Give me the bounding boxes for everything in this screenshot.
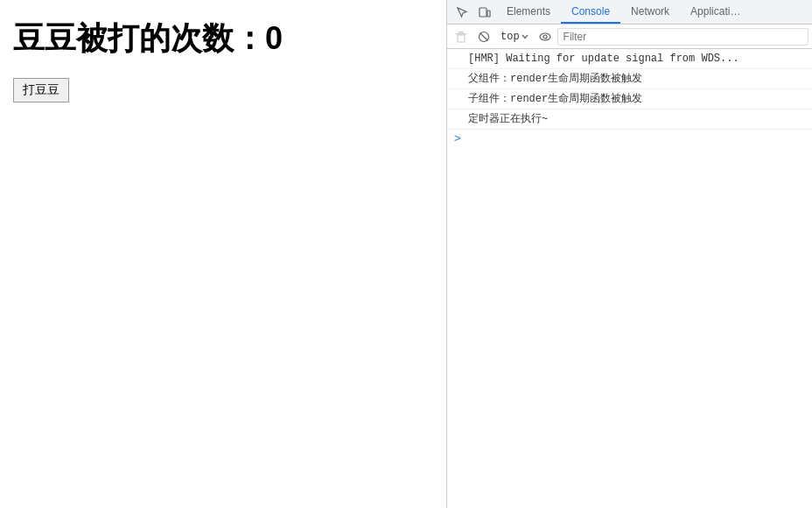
- svg-point-7: [540, 33, 550, 40]
- console-output: [HMR] Waiting for update signal from WDS…: [447, 49, 812, 508]
- console-line-timer: 定时器正在执行~: [447, 109, 812, 130]
- devtools-toolbar: top: [447, 25, 812, 49]
- inspect-element-icon[interactable]: [451, 2, 473, 23]
- svg-rect-1: [487, 11, 490, 17]
- svg-rect-3: [458, 32, 464, 33]
- hit-button[interactable]: 打豆豆: [13, 78, 69, 102]
- svg-line-6: [480, 32, 488, 40]
- filter-input[interactable]: [557, 28, 808, 46]
- device-toggle-icon[interactable]: [473, 2, 496, 23]
- context-selector[interactable]: top: [496, 28, 533, 46]
- hit-count-label: 豆豆被打的次数：: [13, 20, 265, 56]
- stop-icon[interactable]: [473, 26, 494, 47]
- svg-rect-2: [456, 33, 466, 35]
- devtools-tab-bar: Elements Console Network Applicati…: [447, 0, 812, 25]
- console-line-hmr: [HMR] Waiting for update signal from WDS…: [447, 49, 812, 69]
- clear-console-icon[interactable]: [451, 26, 472, 47]
- eye-icon[interactable]: [535, 26, 556, 47]
- hit-count-title: 豆豆被打的次数：0: [13, 18, 433, 60]
- svg-rect-4: [458, 35, 465, 42]
- tab-console[interactable]: Console: [561, 0, 620, 24]
- tab-network[interactable]: Network: [620, 0, 680, 24]
- prompt-arrow-icon: >: [454, 131, 461, 145]
- console-line-parent-render: 父组件：render生命周期函数被触发: [447, 69, 812, 89]
- chevron-down-icon: [522, 34, 528, 39]
- console-line-child-render: 子组件：render生命周期函数被触发: [447, 89, 812, 109]
- svg-rect-0: [480, 8, 486, 17]
- tab-elements[interactable]: Elements: [496, 0, 561, 24]
- console-prompt[interactable]: >: [447, 130, 812, 146]
- hit-count-value: 0: [265, 20, 283, 56]
- devtools-panel: Elements Console Network Applicati…: [446, 0, 812, 508]
- context-label: top: [500, 31, 520, 43]
- svg-point-8: [543, 35, 547, 39]
- tab-application[interactable]: Applicati…: [680, 0, 751, 24]
- left-panel: 豆豆被打的次数：0 打豆豆: [0, 0, 446, 508]
